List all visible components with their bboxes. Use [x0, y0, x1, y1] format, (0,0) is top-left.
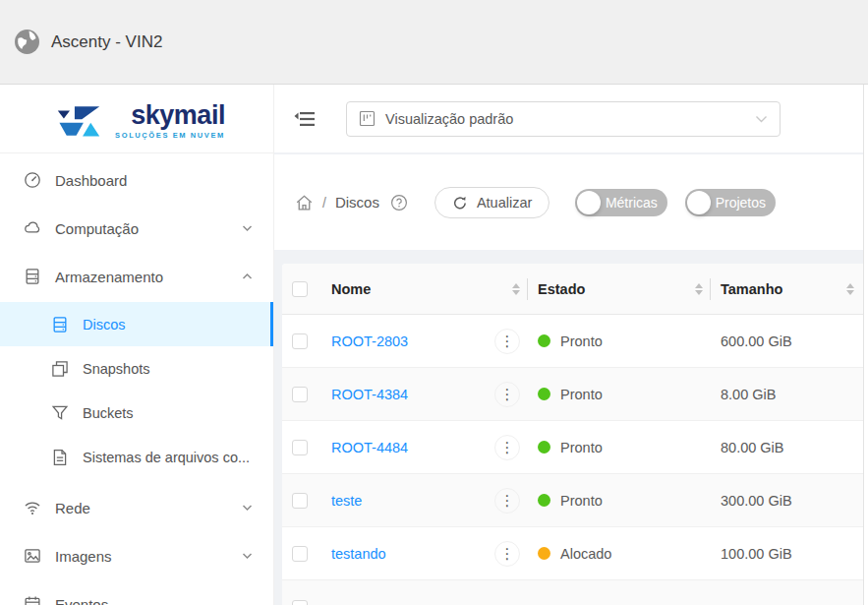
row-checkbox[interactable] [292, 333, 308, 349]
table-row: testando ⋮ Alocado 100.00 GiB [282, 527, 868, 580]
funnel-icon [51, 404, 69, 422]
sidebar-item-computacao[interactable]: Computação [0, 206, 273, 251]
sidebar-item-label: Dashboard [55, 172, 127, 189]
sort-control-state[interactable] [695, 283, 703, 295]
table-header-row: Nome Estado Tamanho [282, 264, 868, 315]
table-row-partial [282, 580, 868, 605]
projects-toggle[interactable]: Projetos [685, 189, 776, 216]
sidebar-item-armazenamento[interactable]: Armazenamento [0, 254, 273, 299]
project-view-icon [359, 110, 376, 127]
view-selector[interactable]: Visualização padrão [346, 101, 781, 137]
sidebar-item-buckets[interactable]: Buckets [0, 391, 273, 435]
wifi-icon [24, 499, 41, 516]
row-checkbox[interactable] [292, 440, 308, 455]
reload-icon [452, 195, 468, 211]
sidebar-item-imagens[interactable]: Imagens [0, 533, 273, 578]
row-checkbox[interactable] [292, 493, 308, 509]
size-value: 8.00 GiB [721, 387, 776, 402]
size-value: 100.00 GiB [721, 546, 792, 562]
main-area: Visualização padrão / Discos [274, 85, 868, 605]
cloud-icon [24, 219, 41, 237]
chevron-down-icon [242, 552, 253, 561]
disk-name-link[interactable]: ROOT-2803 [331, 333, 408, 349]
sidebar-item-label: Armazenamento [55, 269, 163, 285]
sidebar-menu: Dashboard Computação [0, 153, 273, 605]
row-actions-kebab-icon[interactable]: ⋮ [494, 382, 520, 407]
projects-toggle-label: Projetos [711, 195, 774, 211]
state-dot [538, 547, 550, 560]
table-row: ROOT-2803 ⋮ Pronto 600.00 GiB [282, 315, 868, 368]
hdd-icon [51, 316, 69, 333]
column-label-name: Nome [331, 281, 371, 297]
chevron-down-icon [242, 504, 253, 513]
breadcrumb-bar: / Discos Atualizar [274, 154, 868, 250]
row-checkbox[interactable] [292, 387, 308, 402]
header-cell-name: Nome [319, 264, 528, 314]
dashboard-icon [24, 171, 41, 189]
sidebar-item-label: Computação [55, 220, 139, 237]
brand-tagline: SOLUÇÕES EM NUVEM [115, 131, 225, 140]
refresh-button[interactable]: Atualizar [434, 187, 550, 218]
home-icon[interactable] [295, 194, 314, 212]
top-header: Ascenty - VIN2 [0, 0, 868, 85]
zone-title: Ascenty - VIN2 [51, 32, 162, 52]
app-window: Ascenty - VIN2 skymail SOLUÇÕES EM NUVEM [0, 0, 868, 605]
sidebar-item-label: Eventos [55, 596, 108, 605]
size-value: 300.00 GiB [721, 493, 792, 509]
scrollbar-gutter[interactable] [864, 85, 868, 605]
sidebar-item-label: Sistemas de arquivos co... [83, 450, 250, 465]
sidebar-item-label: Snapshots [83, 361, 150, 377]
table-row: teste ⋮ Pronto 300.00 GiB [282, 474, 868, 527]
header-cell-size: Tamanho [711, 264, 868, 314]
section-gap [274, 250, 868, 264]
header-cell-checkbox [282, 281, 319, 297]
size-value: 80.00 GiB [721, 440, 784, 455]
toggle-knob [687, 191, 711, 214]
sidebar-item-rede[interactable]: Rede [0, 485, 273, 530]
state-label: Pronto [560, 440, 603, 455]
sidebar-item-discos[interactable]: Discos [0, 302, 273, 346]
disk-name-link[interactable]: ROOT-4384 [331, 387, 408, 402]
state-dot [538, 441, 550, 454]
row-checkbox[interactable] [292, 546, 308, 562]
brand-name: skymail [131, 102, 225, 129]
sidebar-item-sistemas-arquivos[interactable]: Sistemas de arquivos co... [0, 435, 273, 479]
chevron-down-icon [755, 114, 768, 124]
disk-name-link[interactable]: testando [331, 546, 386, 562]
size-value: 600.00 GiB [721, 333, 792, 349]
menu-fold-icon[interactable] [294, 110, 316, 128]
sort-control-name[interactable] [512, 283, 520, 295]
refresh-label: Atualizar [477, 195, 532, 211]
chevron-up-icon [242, 272, 253, 281]
row-actions-kebab-icon[interactable]: ⋮ [494, 488, 520, 514]
state-label: Pronto [560, 493, 603, 509]
table-row: ROOT-4484 ⋮ Pronto 80.00 GiB [282, 421, 868, 474]
select-all-checkbox[interactable] [292, 281, 308, 297]
sort-control-size[interactable] [846, 283, 854, 295]
row-checkbox[interactable] [292, 600, 308, 605]
sidebar-item-label: Discos [83, 317, 126, 333]
sidebar-item-label: Buckets [83, 405, 134, 421]
picture-icon [24, 547, 41, 565]
table-row: ROOT-4384 ⋮ Pronto 8.00 GiB [282, 368, 868, 421]
row-actions-kebab-icon[interactable]: ⋮ [494, 435, 520, 460]
row-actions-kebab-icon[interactable]: ⋮ [494, 541, 520, 567]
calendar-icon [24, 595, 41, 605]
state-label: Pronto [560, 333, 603, 349]
disk-name-link[interactable]: teste [331, 493, 362, 509]
sidebar-item-label: Rede [55, 500, 90, 516]
metrics-toggle[interactable]: Métricas [575, 189, 667, 216]
row-actions-kebab-icon[interactable]: ⋮ [494, 329, 520, 354]
help-icon[interactable] [390, 194, 408, 212]
disk-name-link[interactable]: ROOT-4484 [331, 440, 408, 455]
logo-text: skymail SOLUÇÕES EM NUVEM [115, 102, 225, 140]
sidebar-item-eventos[interactable]: Eventos [0, 581, 273, 605]
brand-logo[interactable]: skymail SOLUÇÕES EM NUVEM [0, 85, 273, 153]
sidebar-item-dashboard[interactable]: Dashboard [0, 157, 273, 203]
state-label: Pronto [560, 387, 603, 402]
metrics-toggle-label: Métricas [601, 195, 665, 211]
sidebar-item-snapshots[interactable]: Snapshots [0, 346, 273, 391]
state-dot [538, 494, 550, 507]
file-icon [51, 449, 69, 466]
state-dot [538, 334, 550, 347]
